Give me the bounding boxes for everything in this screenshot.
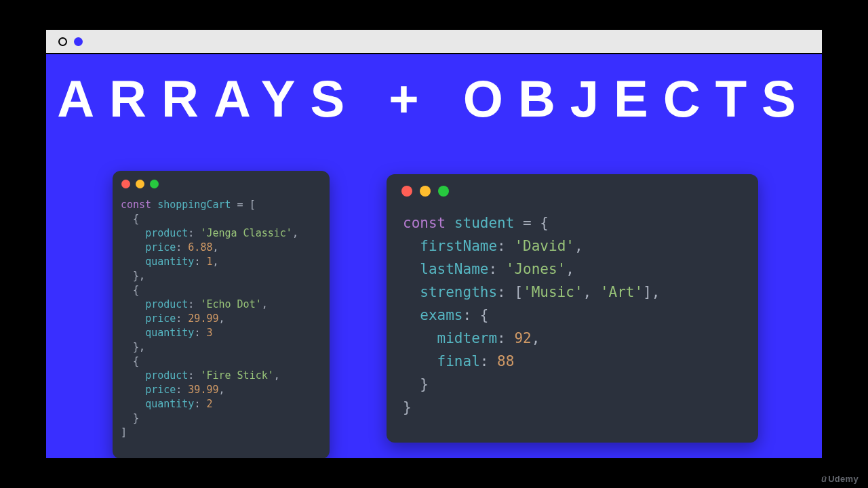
- code-block-right: const student = { firstName: 'David', la…: [387, 197, 758, 428]
- val-final: 88: [497, 353, 514, 369]
- val-product: 'Jenga Classic': [200, 227, 292, 239]
- val-price: 6.88: [188, 241, 212, 253]
- window-traffic-lights: [387, 174, 758, 197]
- maximize-icon: [438, 186, 449, 197]
- keyword-const: const: [403, 215, 446, 231]
- key-first-name: firstName: [420, 238, 497, 254]
- var-name: student: [454, 215, 515, 231]
- key-midterm: midterm: [437, 330, 498, 346]
- key-price: price: [145, 241, 176, 253]
- browser-toolbar: [46, 30, 822, 54]
- key-exams: exams: [420, 307, 462, 323]
- key-quantity: quantity: [145, 398, 194, 410]
- code-window-student: const student = { firstName: 'David', la…: [387, 174, 758, 443]
- key-final: final: [437, 353, 480, 369]
- code-window-shopping-cart: const shoppingCart = [ { product: 'Jenga…: [113, 171, 330, 458]
- val-last-name: 'Jones': [506, 261, 566, 277]
- key-price: price: [145, 384, 176, 396]
- slide-title: ARRAYS + OBJECTS: [46, 54, 822, 128]
- close-icon: [121, 180, 130, 188]
- key-quantity: quantity: [145, 327, 194, 339]
- keyword-const: const: [121, 199, 151, 211]
- val-midterm: 92: [514, 330, 531, 346]
- val-first-name: 'David': [514, 238, 574, 254]
- key-product: product: [145, 369, 188, 382]
- val-quantity: 3: [206, 327, 212, 339]
- maximize-icon: [150, 180, 159, 188]
- minimize-icon: [420, 186, 431, 197]
- udemy-watermark: Udemy: [821, 474, 859, 484]
- minimize-icon: [136, 180, 144, 188]
- code-block-left: const shoppingCart = [ { product: 'Jenga…: [113, 188, 330, 448]
- key-quantity: quantity: [145, 256, 194, 268]
- key-product: product: [145, 227, 188, 239]
- val-price: 29.99: [188, 312, 218, 325]
- var-name: shoppingCart: [157, 199, 231, 211]
- val-product: 'Fire Stick': [200, 369, 273, 382]
- key-price: price: [145, 312, 176, 325]
- browser-control-dot-outline: [58, 37, 67, 46]
- val-quantity: 2: [206, 398, 212, 410]
- key-product: product: [145, 298, 188, 310]
- window-traffic-lights: [113, 171, 330, 188]
- close-icon: [401, 186, 412, 197]
- val-price: 39.99: [188, 384, 218, 396]
- key-last-name: lastName: [420, 261, 488, 277]
- browser-control-dot-solid: [74, 37, 83, 46]
- key-strengths: strengths: [420, 284, 497, 300]
- slide-body: ARRAYS + OBJECTS const shoppingCart = [ …: [46, 54, 822, 458]
- val-product: 'Echo Dot': [200, 298, 261, 310]
- browser-window-frame: ARRAYS + OBJECTS const shoppingCart = [ …: [45, 28, 823, 460]
